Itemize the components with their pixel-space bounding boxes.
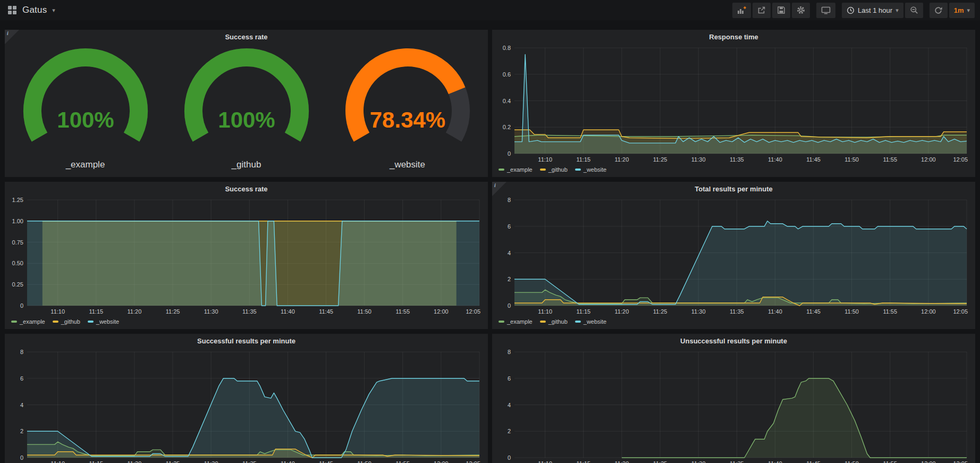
svg-text:4: 4 (508, 250, 511, 256)
svg-text:0: 0 (20, 454, 23, 461)
panel-info-corner[interactable]: i (492, 182, 506, 196)
response-time-chart[interactable]: 00.20.40.60.811:1011:1511:2011:2511:3011… (492, 44, 975, 164)
svg-text:11:45: 11:45 (319, 460, 333, 463)
gauge-label: _website (390, 159, 425, 170)
svg-text:11:20: 11:20 (615, 460, 629, 463)
gauge-github: 100%_github (167, 48, 326, 170)
share-button[interactable] (753, 3, 771, 18)
svg-text:11:50: 11:50 (844, 460, 859, 463)
svg-text:6: 6 (20, 375, 23, 382)
refresh-interval-picker[interactable]: 1m ▾ (949, 3, 975, 18)
svg-text:11:40: 11:40 (768, 156, 782, 163)
legend-series-name: _example (20, 318, 45, 325)
svg-text:0.25: 0.25 (12, 281, 23, 288)
panel-title[interactable]: Successful results per minute (197, 337, 295, 345)
svg-text:12:05: 12:05 (953, 156, 968, 163)
gauges-row: 100%_example100%_github78.34%_website (5, 44, 488, 177)
successful-results-chart[interactable]: 0246811:1011:1511:2011:2511:3011:3511:40… (5, 348, 488, 463)
refresh-button[interactable] (930, 3, 948, 18)
legend-swatch (499, 321, 504, 323)
svg-text:11:10: 11:10 (538, 156, 552, 163)
panel-title[interactable]: Response time (709, 33, 758, 41)
svg-text:11:55: 11:55 (883, 308, 897, 315)
time-range-picker[interactable]: Last 1 hour ▾ (842, 3, 903, 18)
success-rate-chart[interactable]: 00.250.500.751.001.2511:1011:1511:2011:2… (5, 196, 488, 316)
monitor-icon (821, 6, 831, 14)
panel-successful-results: Successful results per minute 0246811:10… (5, 334, 488, 463)
save-button[interactable] (772, 3, 790, 18)
total-results-chart[interactable]: 0246811:1011:1511:2011:2511:3011:3511:40… (492, 196, 975, 316)
svg-text:11:10: 11:10 (50, 308, 65, 315)
gauge-arc: 100% (6, 48, 165, 158)
svg-text:2: 2 (508, 428, 511, 434)
svg-text:12:05: 12:05 (466, 460, 480, 463)
legend-item-website[interactable]: _website (575, 318, 606, 325)
legend: _example_github_website (492, 164, 975, 177)
svg-text:12:00: 12:00 (921, 156, 936, 163)
legend-item-example[interactable]: _example (11, 318, 45, 325)
gauge-website: 78.34%_website (328, 48, 487, 170)
gauge-example: 100%_example (6, 48, 165, 170)
svg-text:11:45: 11:45 (806, 156, 821, 163)
svg-text:11:10: 11:10 (538, 460, 552, 463)
panel-title[interactable]: Unsuccessful results per minute (680, 337, 787, 345)
gear-icon (797, 6, 805, 14)
svg-text:0.75: 0.75 (12, 239, 23, 246)
svg-text:11:30: 11:30 (691, 460, 706, 463)
svg-text:11:40: 11:40 (281, 308, 295, 315)
gauge-label: _example (66, 159, 105, 170)
panel-title[interactable]: Total results per minute (695, 185, 772, 193)
time-range-caret: ▾ (895, 7, 899, 13)
svg-text:8: 8 (508, 349, 511, 355)
dashboard-title[interactable]: Gatus (22, 5, 47, 15)
svg-text:0.2: 0.2 (503, 124, 511, 130)
legend-series-name: _github (548, 318, 568, 325)
settings-button[interactable] (792, 3, 810, 18)
svg-text:2: 2 (508, 276, 511, 282)
svg-text:11:30: 11:30 (204, 308, 218, 315)
legend-item-github[interactable]: _github (540, 166, 568, 173)
legend-item-website[interactable]: _website (88, 318, 119, 325)
gauge-label: _github (232, 159, 261, 170)
legend: _example_github_website (492, 316, 975, 329)
svg-text:11:50: 11:50 (357, 460, 371, 463)
zoom-out-icon (910, 6, 918, 14)
legend-series-name: _website (584, 166, 606, 173)
svg-text:12:00: 12:00 (921, 308, 936, 315)
svg-text:0.50: 0.50 (12, 260, 23, 266)
panel-title[interactable]: Success rate (225, 33, 267, 41)
legend-swatch (53, 321, 58, 323)
svg-text:11:25: 11:25 (166, 308, 180, 315)
svg-text:11:10: 11:10 (50, 460, 65, 463)
legend-item-github[interactable]: _github (540, 318, 568, 325)
dashboard-dropdown-caret[interactable]: ▾ (52, 7, 55, 13)
legend-item-example[interactable]: _example (499, 166, 533, 173)
legend-item-website[interactable]: _website (575, 166, 606, 173)
add-panel-button[interactable] (732, 3, 751, 18)
apps-grid-icon[interactable] (7, 5, 17, 15)
svg-text:11:20: 11:20 (128, 308, 142, 315)
gauge-arc: 78.34% (328, 48, 487, 158)
legend: _example_github_website (5, 316, 488, 329)
refresh-interval-caret: ▾ (967, 7, 970, 13)
panel-success-rate-graph: Success rate 00.250.500.751.001.2511:101… (5, 182, 488, 329)
legend-swatch (11, 321, 17, 323)
svg-text:11:15: 11:15 (576, 308, 590, 315)
svg-text:11:45: 11:45 (806, 308, 821, 315)
panel-info-corner[interactable]: i (5, 30, 19, 44)
svg-text:0.6: 0.6 (503, 71, 511, 78)
svg-text:1.25: 1.25 (12, 197, 23, 203)
svg-text:0.8: 0.8 (503, 45, 511, 51)
legend-item-github[interactable]: _github (53, 318, 80, 325)
tv-mode-button[interactable] (816, 3, 835, 18)
svg-text:11:20: 11:20 (128, 460, 142, 463)
zoom-out-button[interactable] (905, 3, 923, 18)
svg-text:11:45: 11:45 (319, 308, 333, 315)
legend-item-example[interactable]: _example (499, 318, 533, 325)
unsuccessful-results-chart[interactable]: 0246811:1011:1511:2011:2511:3011:3511:40… (492, 348, 975, 463)
svg-text:12:00: 12:00 (434, 308, 449, 315)
panel-title[interactable]: Success rate (225, 185, 267, 193)
legend-swatch (499, 169, 504, 171)
svg-text:6: 6 (508, 223, 511, 230)
svg-text:11:40: 11:40 (768, 460, 782, 463)
